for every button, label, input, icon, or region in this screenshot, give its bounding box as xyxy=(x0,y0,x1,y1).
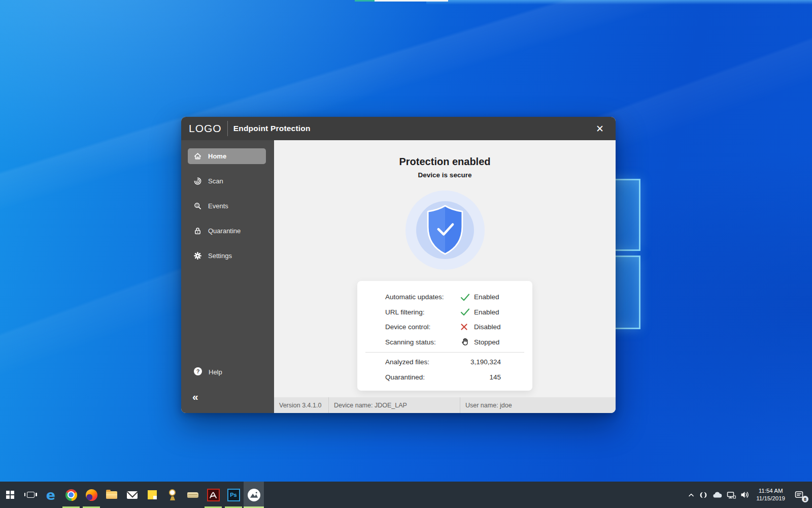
settings-gear-icon xyxy=(193,251,202,260)
sidebar-item-label: Quarantine xyxy=(208,227,241,235)
scan-icon xyxy=(193,177,202,185)
sidebar-item-scan[interactable]: Scan xyxy=(188,173,266,189)
volume-icon[interactable] xyxy=(740,491,750,499)
sidebar-item-home[interactable]: Home xyxy=(188,148,266,164)
taskbar-photoshop[interactable]: Ps xyxy=(223,482,244,508)
action-center-button[interactable]: 8 xyxy=(792,487,807,502)
taskbar-mail[interactable] xyxy=(122,482,142,508)
clock-time: 11:54 AM xyxy=(756,487,785,495)
hidden-window-edge-teal xyxy=(355,0,375,2)
app-logo: LOGO xyxy=(189,122,222,135)
photos-icon xyxy=(248,489,260,501)
stat-row-analyzed-files: Analyzed files: 3,190,324 xyxy=(357,355,532,370)
status-card: Automatic updates: Enabled URL filtering… xyxy=(357,281,532,391)
onedrive-cloud-icon[interactable] xyxy=(713,491,722,498)
acrobat-icon xyxy=(207,489,220,501)
card-divider xyxy=(365,352,524,353)
taskbar-file-explorer[interactable] xyxy=(101,482,122,508)
wallet-app-icon xyxy=(187,492,198,498)
chrome-icon xyxy=(65,489,77,501)
sidebar-item-events[interactable]: Events xyxy=(188,198,266,214)
check-icon xyxy=(460,293,474,301)
status-row-url-filtering: URL filtering: Enabled xyxy=(357,305,532,320)
hand-stop-icon xyxy=(460,337,474,347)
edge-icon: e xyxy=(46,488,55,502)
taskbar-firefox[interactable] xyxy=(81,482,101,508)
protection-status-title: Protection enabled xyxy=(399,156,490,168)
endpoint-protection-window: LOGO Endpoint Protection ✕ Home Scan xyxy=(181,117,616,413)
home-icon xyxy=(193,152,202,161)
titlebar[interactable]: LOGO Endpoint Protection ✕ xyxy=(181,117,616,140)
photoshop-icon: Ps xyxy=(227,489,240,501)
start-button[interactable] xyxy=(0,482,20,508)
status-row-device-control: Device control: Disabled xyxy=(357,320,532,335)
sidebar: Home Scan Events xyxy=(181,140,274,413)
sticky-notes-icon xyxy=(148,490,157,499)
tray-expand-chevron-icon[interactable] xyxy=(688,493,694,497)
task-view-button[interactable] xyxy=(20,482,41,508)
svg-text:?: ? xyxy=(196,368,200,374)
check-icon xyxy=(460,308,474,316)
sidebar-item-label: Help xyxy=(209,368,222,376)
quarantine-lock-icon xyxy=(193,227,202,235)
system-tray: 11:54 AM 11/15/2019 8 xyxy=(688,482,812,508)
shield-inner-ring xyxy=(416,201,474,259)
sidebar-item-settings[interactable]: Settings xyxy=(188,248,266,264)
status-row-scanning-status: Scanning status: Stopped xyxy=(357,335,532,350)
clock-date: 11/15/2019 xyxy=(756,495,785,502)
main-content: Protection enabled Device is secure xyxy=(274,140,616,397)
app-statusbar: Version 3.4.1.0 Device name: JDOE_LAP Us… xyxy=(274,397,616,413)
titlebar-divider xyxy=(227,121,228,136)
taskbar-wallet-app[interactable] xyxy=(183,482,203,508)
help-icon: ? xyxy=(193,367,202,377)
version-label: Version 3.4.1.0 xyxy=(274,397,328,413)
file-explorer-icon xyxy=(106,491,117,499)
firefox-icon xyxy=(86,489,97,501)
sidebar-item-label: Settings xyxy=(208,252,232,260)
status-row-automatic-updates: Automatic updates: Enabled xyxy=(357,290,532,305)
clock-app-icon xyxy=(168,489,177,500)
screen: LOGO Endpoint Protection ✕ Home Scan xyxy=(0,0,812,508)
taskbar-clock-app[interactable] xyxy=(162,482,183,508)
shield-outer-ring xyxy=(405,190,485,270)
windows-start-icon xyxy=(6,491,15,499)
protection-status-subtitle: Device is secure xyxy=(418,171,472,179)
events-icon xyxy=(193,202,202,210)
network-icon[interactable] xyxy=(727,491,736,499)
sidebar-item-quarantine[interactable]: Quarantine xyxy=(188,223,266,239)
sidebar-item-label: Home xyxy=(208,152,226,160)
sidebar-item-label: Events xyxy=(208,202,228,210)
taskbar: e xyxy=(0,482,812,508)
sidebar-item-label: Scan xyxy=(208,177,223,185)
taskbar-acrobat[interactable] xyxy=(203,482,223,508)
sidebar-item-help[interactable]: ? Help xyxy=(188,367,222,377)
taskbar-clock[interactable]: 11:54 AM 11/15/2019 xyxy=(756,487,785,502)
taskbar-edge[interactable]: e xyxy=(41,482,61,508)
collapse-sidebar-icon[interactable]: « xyxy=(192,391,197,403)
taskbar-chrome[interactable] xyxy=(61,482,81,508)
close-icon[interactable]: ✕ xyxy=(592,121,607,136)
taskbar-sticky-notes[interactable] xyxy=(142,482,162,508)
hidden-window-edge-white xyxy=(375,0,448,2)
shield-check-icon xyxy=(421,204,469,257)
app-title: Endpoint Protection xyxy=(233,124,311,133)
tray-app-bowtie-icon[interactable] xyxy=(699,492,708,498)
wallpaper-top-glow xyxy=(426,0,812,5)
notification-count-badge: 8 xyxy=(802,496,808,502)
mail-icon xyxy=(127,491,138,499)
user-name-label: User name: jdoe xyxy=(460,397,512,413)
stat-row-quarantined: Quarantined: 145 xyxy=(357,370,532,385)
cross-icon xyxy=(460,323,474,331)
device-name-label: Device name: JDOE_LAP xyxy=(329,397,460,413)
task-view-icon xyxy=(27,492,35,498)
taskbar-photos-active[interactable] xyxy=(244,482,264,508)
